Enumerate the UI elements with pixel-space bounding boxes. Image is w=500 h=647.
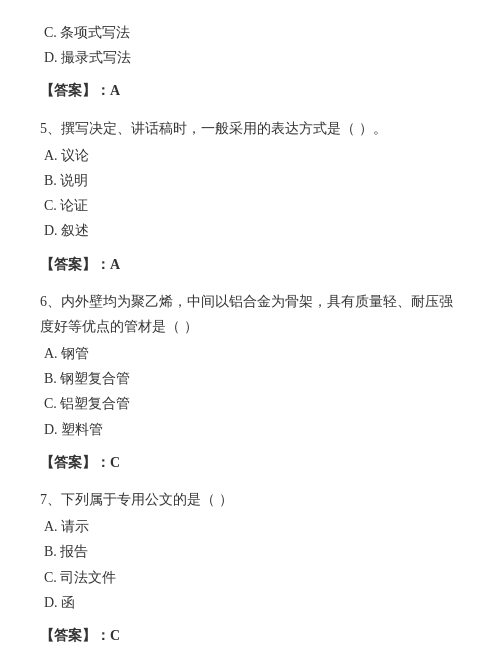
option-b-q7: B. 报告 [44, 539, 460, 564]
question-7-text: 7、下列属于专用公文的是（ ） [40, 487, 460, 512]
answer-q7: 【答案】：C [40, 623, 460, 647]
option-a-q5: A. 议论 [44, 143, 460, 168]
option-c-q6: C. 铝塑复合管 [44, 391, 460, 416]
option-c-q7: C. 司法文件 [44, 565, 460, 590]
answer-q5: 【答案】：A [40, 252, 460, 277]
answer-q4: 【答案】：A [40, 78, 460, 103]
option-c-q5: C. 论证 [44, 193, 460, 218]
content-container: C. 条项式写法 D. 撮录式写法 【答案】：A 5、撰写决定、讲话稿时，一般采… [40, 20, 460, 647]
option-d-q4: D. 撮录式写法 [44, 45, 460, 70]
question-6-text: 6、内外壁均为聚乙烯，中间以铝合金为骨架，具有质量轻、耐压强度好等优点的管材是（… [40, 289, 460, 339]
option-c-q4: C. 条项式写法 [44, 20, 460, 45]
option-b-q5: B. 说明 [44, 168, 460, 193]
option-a-q6: A. 钢管 [44, 341, 460, 366]
answer-q6: 【答案】：C [40, 450, 460, 475]
question-7: 7、下列属于专用公文的是（ ） A. 请示 B. 报告 C. 司法文件 D. 函 [40, 487, 460, 615]
question-5: 5、撰写决定、讲话稿时，一般采用的表达方式是（ ）。 A. 议论 B. 说明 C… [40, 116, 460, 244]
options-cd-q4: C. 条项式写法 D. 撮录式写法 [40, 20, 460, 70]
option-a-q7: A. 请示 [44, 514, 460, 539]
option-d-q5: D. 叙述 [44, 218, 460, 243]
option-d-q7: D. 函 [44, 590, 460, 615]
question-6: 6、内外壁均为聚乙烯，中间以铝合金为骨架，具有质量轻、耐压强度好等优点的管材是（… [40, 289, 460, 442]
question-5-text: 5、撰写决定、讲话稿时，一般采用的表达方式是（ ）。 [40, 116, 460, 141]
option-b-q6: B. 钢塑复合管 [44, 366, 460, 391]
option-d-q6: D. 塑料管 [44, 417, 460, 442]
